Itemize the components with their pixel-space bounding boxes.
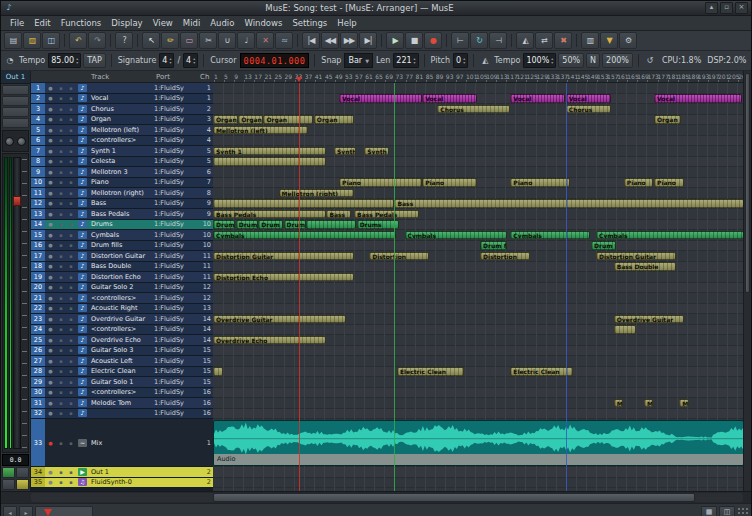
track-row[interactable]: 2●▪▪♪Vocal1:FluidSy1	[31, 94, 213, 105]
arranger-part[interactable]: Drum fills	[591, 241, 616, 250]
record-arm-icon[interactable]: ●	[45, 479, 56, 485]
track-row[interactable]: 3●▪▪♪Chorus1:FluidSy2	[31, 104, 213, 115]
mute-icon[interactable]: ▪	[56, 358, 66, 364]
track-row[interactable]: 33●▪▪~Mix1	[31, 419, 213, 467]
track-row[interactable]: 30●▪▪♪<controllers>1:FluidSy16	[31, 388, 213, 399]
mute-icon[interactable]: ▪	[56, 242, 66, 248]
mute-icon[interactable]: ▪	[56, 347, 66, 353]
arranger-part[interactable]: Electric Clean	[397, 367, 465, 376]
solo-icon[interactable]: ▪	[66, 337, 76, 343]
effect-rack-slot[interactable]	[2, 96, 29, 106]
track-row[interactable]: 21●▪▪♪<controllers>1:FluidSy12	[31, 293, 213, 304]
mute-icon[interactable]: ▪	[56, 116, 66, 122]
track-row[interactable]: 22●▪▪♪Acoustic Right1:FluidSy13	[31, 304, 213, 315]
scroll-right-button[interactable]: ▸	[19, 506, 33, 516]
tempo-200-button[interactable]: 200%	[602, 53, 633, 68]
goto-end-button[interactable]: ▶|	[359, 32, 377, 49]
record-arm-icon[interactable]: ●	[45, 274, 56, 280]
loop-button[interactable]: ↻	[470, 32, 488, 49]
arranger-part[interactable]: Overdrive Echo	[213, 336, 326, 345]
arranger-part[interactable]: Vocal	[510, 94, 565, 103]
arranger-part[interactable]: Vocal	[339, 94, 422, 103]
marker-button[interactable]: ▼	[600, 32, 618, 49]
hscroll-thumb[interactable]	[213, 493, 695, 502]
record-arm-icon[interactable]: ●	[45, 410, 56, 416]
solo-icon[interactable]: ▪	[66, 232, 76, 238]
effect-rack-slot[interactable]	[2, 107, 29, 117]
record-arm-icon[interactable]: ●	[45, 263, 56, 269]
horizontal-scrollbar[interactable]	[1, 491, 751, 503]
track-row[interactable]: 29●▪▪♪Guitar Solo 11:FluidSy15	[31, 377, 213, 388]
track-port[interactable]: 1:FluidSy	[154, 346, 198, 354]
arranger-canvas[interactable]: VocalVocalVocalVocalVocalChorusChorusOrg…	[213, 83, 743, 491]
arranger-part[interactable]: Piano	[339, 178, 422, 187]
track-row[interactable]: 14●▪▪♪Drums1:FluidSy10	[31, 220, 213, 231]
arranger-part[interactable]	[306, 220, 356, 229]
solo-icon[interactable]: ▪	[66, 242, 76, 248]
track-port[interactable]: 1:FluidSy	[154, 315, 198, 323]
mute-icon[interactable]: ▪	[56, 190, 66, 196]
arranger-part[interactable]: Bass	[326, 210, 351, 219]
pencil-tool[interactable]: ✏	[161, 32, 179, 49]
play-button[interactable]: ▶	[386, 32, 404, 49]
arranger-part[interactable]	[213, 157, 326, 166]
record-arm-icon[interactable]: ●	[45, 158, 56, 164]
record-arm-icon[interactable]: ●	[45, 305, 56, 311]
forward-button[interactable]: ▶▶	[340, 32, 358, 49]
menu-item-display[interactable]: Display	[106, 18, 147, 28]
title-bar[interactable]: ♪ MusE: Song: test - [MusE: Arranger] — …	[1, 1, 751, 16]
track-port[interactable]: 1:FluidSy	[154, 241, 198, 249]
track-row[interactable]: 6●▪▪♪<controllers>1:FluidSy4	[31, 136, 213, 147]
track-row[interactable]: 15●▪▪♪Cymbals1:FluidSy10	[31, 230, 213, 241]
undo-button[interactable]: ↶	[69, 32, 87, 49]
record-arm-icon[interactable]: ●	[45, 179, 56, 185]
mute-icon[interactable]: ▪	[56, 469, 66, 475]
track-port[interactable]: 1:FluidSy	[154, 283, 198, 291]
grid-view-button[interactable]: ▦	[701, 506, 717, 516]
arranger-part[interactable]: M	[614, 399, 624, 408]
solo-icon[interactable]: ▪	[66, 305, 76, 311]
record-arm-icon[interactable]: ●	[45, 190, 56, 196]
mute-icon[interactable]: ▪	[56, 326, 66, 332]
arranger-part[interactable]: Vocal	[566, 94, 611, 103]
track-row[interactable]: 34●▪▪▶Out 12	[31, 467, 213, 478]
solo-icon[interactable]: ▪	[66, 358, 76, 364]
record-arm-icon[interactable]: ●	[45, 148, 56, 154]
solo-icon[interactable]: ▪	[66, 190, 76, 196]
signature-denominator-spinbox[interactable]: 4▴▾	[183, 53, 198, 68]
arranger-part[interactable]: Mellotron (left)	[213, 126, 308, 135]
record-arm-icon[interactable]: ●	[45, 116, 56, 122]
arranger-part[interactable]: Bass Double	[614, 262, 677, 271]
arranger-part[interactable]: Distortion	[480, 252, 530, 261]
track-row[interactable]: 11●▪▪♪Mellotron (right)1:FluidSy8	[31, 188, 213, 199]
solo-icon[interactable]: ▪	[66, 127, 76, 133]
record-arm-icon[interactable]: ●	[45, 253, 56, 259]
track-port[interactable]: 1:FluidSy	[154, 115, 198, 123]
sync-button[interactable]: ⇄	[535, 32, 553, 49]
record-arm-icon[interactable]: ●	[45, 469, 56, 475]
mute-icon[interactable]: ▪	[56, 379, 66, 385]
track-row[interactable]: 7●▪▪♪Synth 11:FluidSy5	[31, 146, 213, 157]
arranger-part[interactable]: Bass Pedals	[354, 210, 419, 219]
mute-icon[interactable]: ▪	[56, 479, 66, 485]
menu-item-midi[interactable]: Midi	[178, 18, 205, 28]
song-position-strip[interactable]	[35, 506, 93, 516]
mute-icon[interactable]: ▪	[56, 127, 66, 133]
solo-icon[interactable]: ▪	[66, 95, 76, 101]
track-port[interactable]: 1:FluidSy	[154, 105, 198, 113]
mute-icon[interactable]: ▪	[56, 389, 66, 395]
track-port[interactable]: 1:FluidSy	[154, 178, 198, 186]
menu-item-settings[interactable]: Settings	[287, 18, 332, 28]
mute-icon[interactable]: ▪	[56, 85, 66, 91]
menu-item-file[interactable]: File	[5, 18, 29, 28]
solo-icon[interactable]: ▪	[66, 137, 76, 143]
arranger-part[interactable]: Synth 1	[213, 147, 326, 156]
record-arm-icon[interactable]: ●	[45, 347, 56, 353]
solo-icon[interactable]: ▪	[66, 440, 76, 446]
arranger-part[interactable]: Electric Clean	[510, 367, 573, 376]
solo-icon[interactable]: ▪	[66, 200, 76, 206]
track-port[interactable]: 1:FluidSy	[154, 252, 198, 260]
track-row[interactable]: 13●▪▪♪Bass Pedals1:FluidSy9	[31, 209, 213, 220]
track-port[interactable]: 1:FluidSy	[154, 409, 198, 417]
solo-icon[interactable]: ▪	[66, 169, 76, 175]
